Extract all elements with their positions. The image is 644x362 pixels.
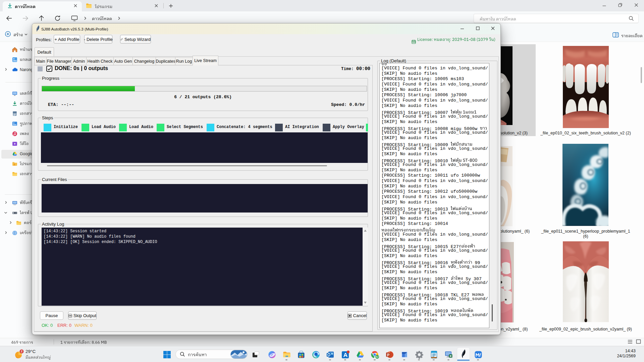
svg-text:2: 2 xyxy=(21,350,22,353)
svg-text:SJ: SJ xyxy=(376,356,379,358)
svg-text:P: P xyxy=(387,353,389,357)
